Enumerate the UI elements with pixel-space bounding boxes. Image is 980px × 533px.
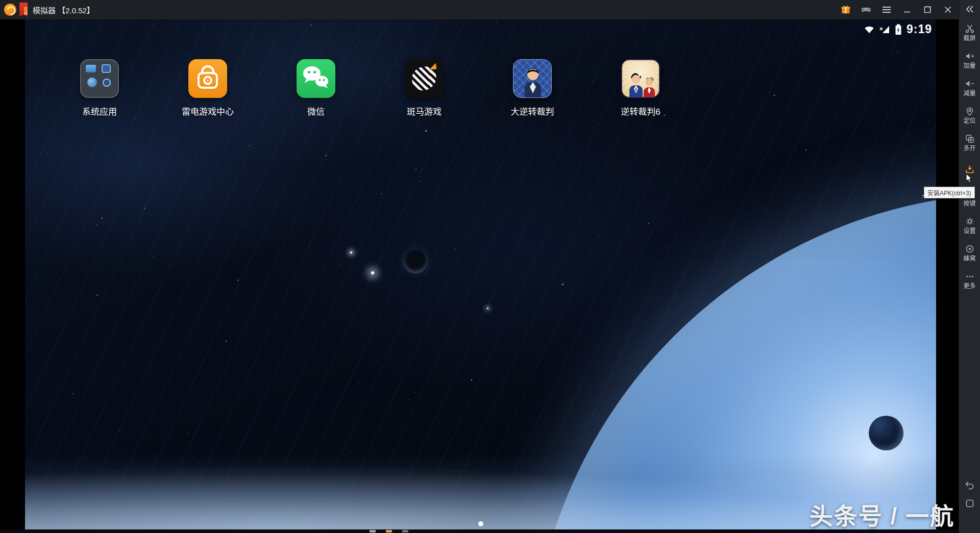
star xyxy=(455,249,456,250)
back-arrow-icon xyxy=(964,480,975,490)
sidebar-item-volume-down[interactable]: 减量 xyxy=(959,73,980,101)
star xyxy=(292,218,293,219)
star xyxy=(897,52,898,53)
star xyxy=(599,237,599,237)
star xyxy=(153,257,153,257)
sidebar-item-screenshot[interactable]: 截屏 xyxy=(959,18,980,46)
close-button[interactable] xyxy=(940,2,955,17)
star xyxy=(381,193,382,194)
sidebar-item-multi-instance[interactable]: 多开 xyxy=(959,129,980,156)
mini-app-icon xyxy=(86,65,96,72)
star xyxy=(286,289,287,290)
wallpaper: 9:19 系统应用 xyxy=(25,19,936,529)
star xyxy=(52,88,53,88)
star xyxy=(438,187,439,188)
star xyxy=(153,26,154,26)
star xyxy=(625,138,625,138)
zebra-mane xyxy=(428,63,437,70)
gift-icon[interactable] xyxy=(838,2,853,17)
sidebar-item-label: 更多 xyxy=(963,283,975,289)
star xyxy=(103,403,103,404)
star xyxy=(184,277,185,277)
ld-game-center-icon xyxy=(188,59,227,98)
sidebar-item-honeycomb[interactable]: 蜂窝 xyxy=(959,239,980,266)
star xyxy=(648,223,649,224)
star xyxy=(471,379,472,380)
maximize-button[interactable] xyxy=(920,2,935,17)
star xyxy=(318,199,319,200)
star xyxy=(505,389,506,390)
sidebar-item-label: 按键 xyxy=(963,200,975,207)
app-ld-game-center[interactable]: 雷电游戏中心 xyxy=(169,59,246,117)
star xyxy=(391,318,391,318)
star xyxy=(372,451,373,451)
menu-icon[interactable] xyxy=(879,2,894,17)
star xyxy=(187,433,188,434)
android-status-bar: 9:19 xyxy=(863,22,932,36)
app-system-folder[interactable]: 系统应用 xyxy=(61,59,138,117)
volume-down-icon xyxy=(965,79,975,89)
zebra-games-icon xyxy=(405,59,444,98)
star xyxy=(94,324,95,325)
star xyxy=(394,344,395,344)
back-button[interactable] xyxy=(964,480,975,490)
app-label: 雷电游戏中心 xyxy=(182,105,234,117)
sidebar-item-location[interactable]: 定位 xyxy=(959,101,980,129)
star xyxy=(390,434,391,434)
star xyxy=(75,421,75,422)
star xyxy=(340,264,341,265)
star xyxy=(252,278,253,278)
app-wechat[interactable]: 微信 xyxy=(278,59,354,117)
app-great-ace-attorney[interactable]: 大逆转裁判 xyxy=(494,59,571,117)
star xyxy=(577,195,578,195)
bright-star xyxy=(371,271,374,274)
star xyxy=(644,197,645,198)
zebra-graphic xyxy=(410,65,438,92)
home-icon xyxy=(965,498,975,509)
sidebar-item-label: 定位 xyxy=(963,118,975,124)
app-zebra-games[interactable]: 斑马游戏 xyxy=(386,59,462,117)
star xyxy=(416,423,416,423)
star xyxy=(594,120,594,121)
star xyxy=(496,22,497,22)
sidebar-item-settings[interactable]: 设置 xyxy=(959,211,980,239)
ellipsis-icon xyxy=(965,271,975,282)
star xyxy=(356,46,357,47)
android-nav-buttons xyxy=(964,480,975,533)
star xyxy=(409,399,410,400)
window-titlebar: 收藏 模拟器 【2.0.52】 xyxy=(0,0,959,19)
sidebar-item-label: 蜂窝 xyxy=(963,256,975,262)
home-button[interactable] xyxy=(965,498,975,509)
star xyxy=(921,197,922,198)
gamepad-icon[interactable] xyxy=(859,2,874,17)
star xyxy=(774,95,775,96)
star xyxy=(755,128,756,129)
star xyxy=(437,366,437,367)
star xyxy=(305,56,305,56)
star xyxy=(249,145,250,146)
collapse-sidebar-icon[interactable] xyxy=(959,0,980,18)
star xyxy=(26,429,26,430)
star xyxy=(358,382,359,382)
sidebar-item-label: 截屏 xyxy=(963,35,975,41)
app-label: 斑马游戏 xyxy=(407,105,442,117)
battery-charging-icon xyxy=(894,23,903,36)
emulator-display-area: 9:19 系统应用 xyxy=(0,19,959,533)
great-ace-attorney-icon xyxy=(513,59,552,98)
app-grid: 系统应用 雷电游戏中心 xyxy=(61,59,679,117)
star xyxy=(135,118,135,118)
sidebar-item-more[interactable]: 更多 xyxy=(959,266,980,294)
small-moon xyxy=(869,416,903,450)
sidebar-item-volume-up[interactable]: 加量 xyxy=(959,46,980,73)
star xyxy=(46,258,46,259)
bright-star xyxy=(350,251,352,253)
app-ace-attorney-6[interactable]: 逆转裁判6 xyxy=(602,59,679,117)
taskbar-item xyxy=(402,530,408,532)
ldplayer-logo-icon xyxy=(4,4,16,16)
star xyxy=(614,214,614,214)
star xyxy=(502,380,503,381)
taskbar-item xyxy=(370,530,376,532)
star xyxy=(50,29,51,29)
star xyxy=(310,24,312,26)
minimize-button[interactable] xyxy=(899,2,915,17)
